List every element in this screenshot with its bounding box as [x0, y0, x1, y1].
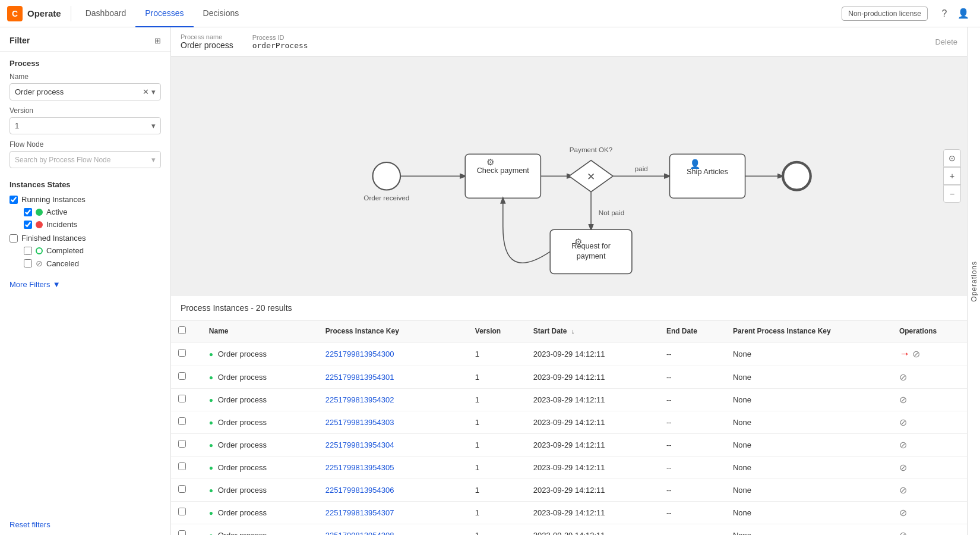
row-checkbox[interactable]: [178, 440, 186, 448]
row-checkbox[interactable]: [178, 485, 186, 493]
svg-text:payment: payment: [577, 251, 606, 260]
row-name: ● Order process: [202, 366, 318, 388]
row-checkbox[interactable]: [178, 462, 186, 470]
completed-checkbox[interactable]: [24, 247, 32, 255]
finished-instances-checkbox[interactable]: [10, 234, 18, 243]
bpmn-diagram: Check payment ⚙ Order received ✕ Payment…: [171, 56, 967, 296]
instances-states-title: Instances States: [10, 180, 161, 189]
header-version: Version: [468, 320, 526, 342]
row-end-date: --: [659, 366, 726, 388]
row-checkbox-cell: [171, 524, 202, 535]
instance-key-link[interactable]: 2251799813954302: [325, 395, 394, 404]
instance-key-link[interactable]: 2251799813954300: [325, 350, 394, 358]
more-filters-button[interactable]: More Filters ▼: [0, 274, 170, 295]
zoom-out-button[interactable]: −: [943, 185, 961, 203]
reset-filters-button[interactable]: Reset filters: [0, 518, 170, 535]
row-key: 2251799813954302: [318, 388, 468, 411]
row-key: 2251799813954306: [318, 479, 468, 501]
completed-row: Completed: [10, 246, 161, 255]
row-checkbox[interactable]: [178, 530, 186, 535]
cancel-operation-icon[interactable]: ⊘: [899, 395, 907, 405]
canceled-status-icon: ⊘: [36, 259, 43, 268]
row-key: 2251799813954301: [318, 366, 468, 388]
license-badge: Non-production license: [842, 7, 928, 21]
header-key: Process Instance Key: [318, 320, 468, 342]
row-start-date: 2023-09-29 14:12:11: [526, 342, 659, 366]
row-checkbox[interactable]: [178, 508, 186, 515]
instance-key-link[interactable]: 2251799813954304: [325, 440, 394, 449]
cancel-operation-icon[interactable]: ⊘: [899, 372, 907, 382]
table-title: Process Instances: [181, 303, 248, 313]
select-all-checkbox[interactable]: [178, 326, 186, 334]
cancel-operation-icon[interactable]: ⊘: [899, 417, 907, 427]
row-start-date: 2023-09-29 14:12:11: [526, 411, 659, 433]
instance-key-link[interactable]: 2251799813954305: [325, 463, 394, 472]
row-checkbox[interactable]: [178, 395, 186, 402]
help-button[interactable]: ?: [935, 4, 954, 23]
row-checkbox[interactable]: [178, 372, 186, 380]
version-value: 1: [15, 121, 151, 130]
row-operations: ⊘: [892, 479, 967, 501]
cancel-operation-icon[interactable]: ⊘: [899, 530, 907, 536]
row-checkbox[interactable]: [178, 349, 186, 357]
sidebar: Filter ⊞ Process Name Order process ✕ ▾ …: [0, 27, 171, 535]
cancel-operation-icon[interactable]: ⊘: [899, 462, 907, 473]
header-parent-key: Parent Process Instance Key: [726, 320, 892, 342]
nav-dashboard[interactable]: Dashboard: [76, 0, 136, 27]
row-checkbox-cell: [171, 501, 202, 524]
row-name: ● Order process: [202, 456, 318, 479]
row-parent-key: None: [726, 456, 892, 479]
cancel-operation-icon[interactable]: ⊘: [899, 508, 907, 518]
header-checkbox-col: [171, 320, 202, 342]
flow-node-select[interactable]: Search by Process Flow Node ▾: [10, 151, 161, 168]
version-select[interactable]: 1 ▾: [10, 117, 161, 134]
row-start-date: 2023-09-29 14:12:11: [526, 433, 659, 456]
completed-label: Completed: [46, 246, 84, 255]
running-instances-checkbox[interactable]: [10, 196, 18, 204]
incidents-label: Incidents: [46, 220, 77, 229]
filter-settings-icon[interactable]: ⊞: [154, 36, 161, 45]
nav-processes[interactable]: Processes: [135, 0, 193, 27]
brand-name: Operate: [27, 8, 61, 18]
row-version: 1: [468, 524, 526, 535]
instance-key-link[interactable]: 2251799813954307: [325, 508, 394, 517]
incidents-checkbox[interactable]: [24, 221, 32, 229]
process-name-select[interactable]: Order process ✕ ▾: [10, 83, 161, 100]
instance-key-link[interactable]: 2251799813954301: [325, 373, 394, 382]
svg-text:Payment OK?: Payment OK?: [570, 146, 613, 153]
row-version: 1: [468, 342, 526, 366]
zoom-in-button[interactable]: +: [943, 167, 961, 185]
delete-button[interactable]: Delete: [935, 37, 957, 46]
instance-key-link[interactable]: 2251799813954306: [325, 486, 394, 495]
row-end-date: --: [659, 388, 726, 411]
row-key: 2251799813954305: [318, 456, 468, 479]
row-checkbox[interactable]: [178, 417, 186, 425]
sidebar-header: Filter ⊞: [0, 27, 170, 52]
row-checkbox-cell: [171, 342, 202, 366]
cancel-operation-icon[interactable]: ⊘: [899, 440, 907, 450]
results-separator: -: [251, 303, 256, 313]
clear-process-name-button[interactable]: ✕: [143, 87, 149, 96]
diagram-controls: ⊙ + −: [943, 149, 961, 203]
cancel-operation-icon[interactable]: ⊘: [912, 349, 920, 359]
row-checkbox-cell: [171, 456, 202, 479]
canceled-checkbox[interactable]: [24, 259, 32, 268]
svg-point-0: [373, 162, 401, 190]
reset-view-button[interactable]: ⊙: [943, 149, 961, 167]
nav-decisions[interactable]: Decisions: [194, 0, 249, 27]
header-start-date[interactable]: Start Date ↓: [526, 320, 659, 342]
instance-key-link[interactable]: 2251799813954308: [325, 531, 394, 536]
row-operations: ⊘: [892, 366, 967, 388]
instance-key-link[interactable]: 2251799813954303: [325, 418, 394, 427]
cancel-operation-icon[interactable]: ⊘: [899, 485, 907, 495]
row-status-icon: ●: [209, 396, 213, 404]
user-button[interactable]: 👤: [954, 4, 973, 23]
canceled-label: Canceled: [46, 259, 79, 268]
top-navigation: C Operate Dashboard Processes Decisions …: [0, 0, 980, 27]
row-end-date: --: [659, 524, 726, 535]
row-version: 1: [468, 456, 526, 479]
active-checkbox[interactable]: [24, 208, 32, 216]
row-operations: ⊘: [892, 388, 967, 411]
incidents-status-icon: [36, 221, 43, 228]
operations-panel-label: Operations: [970, 261, 978, 302]
